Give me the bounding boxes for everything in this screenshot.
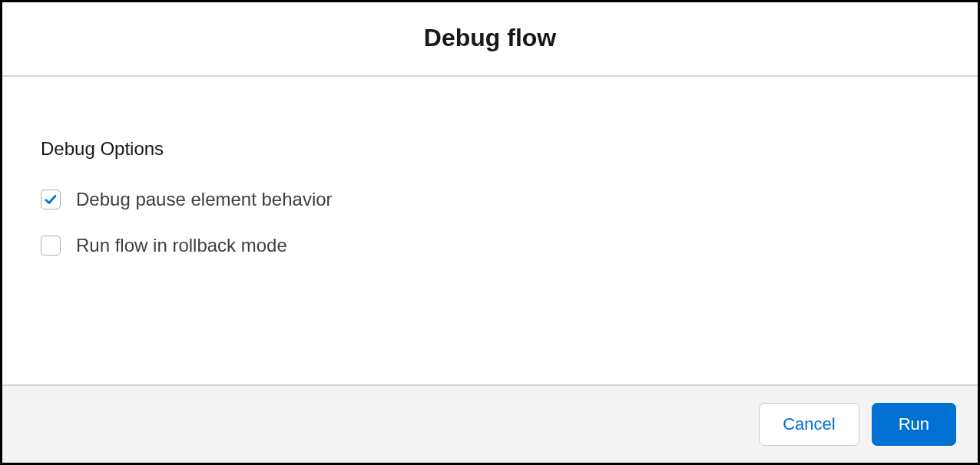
run-button[interactable]: Run (872, 403, 956, 446)
checkbox-debug-pause[interactable] (41, 190, 61, 209)
modal-content: Debug Options Debug pause element behavi… (2, 77, 978, 384)
check-icon (44, 193, 58, 206)
option-label-rollback-mode[interactable]: Run flow in rollback mode (76, 235, 287, 256)
section-title: Debug Options (41, 138, 939, 160)
option-label-debug-pause[interactable]: Debug pause element behavior (76, 189, 333, 210)
modal-header: Debug flow (2, 2, 978, 77)
option-rollback-mode: Run flow in rollback mode (41, 235, 939, 256)
modal-footer: Cancel Run (2, 384, 978, 463)
modal-title: Debug flow (18, 24, 962, 52)
cancel-button[interactable]: Cancel (759, 403, 859, 446)
option-debug-pause: Debug pause element behavior (41, 189, 939, 210)
checkbox-rollback-mode[interactable] (41, 236, 61, 256)
